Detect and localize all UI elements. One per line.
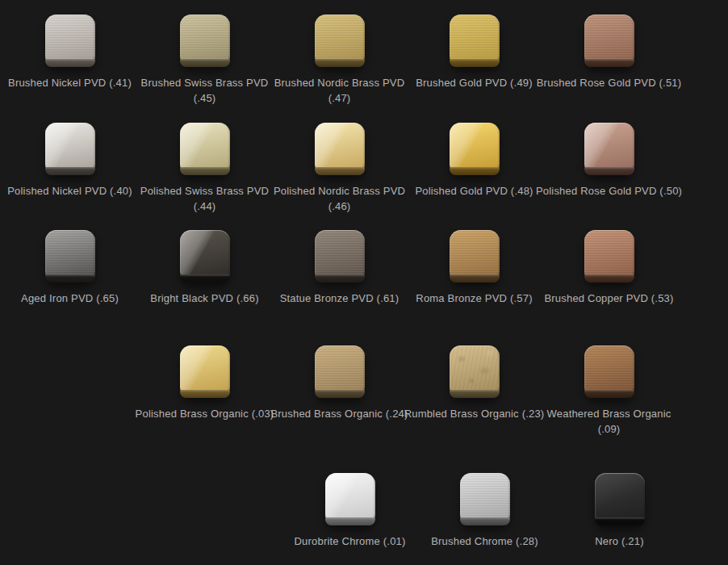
finish-option[interactable]: Brushed Swiss Brass PVD(.45) bbox=[137, 15, 272, 106]
finish-label: Brushed Nickel PVD (.41) bbox=[8, 75, 132, 90]
finish-option[interactable]: Nero (.21) bbox=[552, 473, 687, 549]
finish-swatch-image bbox=[325, 473, 375, 525]
finish-option[interactable]: Brushed Brass Organic (.24) bbox=[272, 345, 407, 437]
finish-option[interactable]: Roma Bronze PVD (.57) bbox=[407, 230, 542, 306]
finish-swatch-image bbox=[45, 123, 95, 175]
finish-option[interactable]: Polished Brass Organic (.03) bbox=[137, 345, 272, 437]
finish-label-line: Polished Brass Organic (.03) bbox=[136, 406, 274, 421]
finish-label: Aged Iron PVD (.65) bbox=[21, 291, 119, 306]
finish-label-line: Statue Bronze PVD (.61) bbox=[280, 291, 400, 306]
finish-option[interactable]: Polished Swiss Brass PVD(.44) bbox=[137, 123, 272, 214]
finish-label-line: Polished Rose Gold PVD (.50) bbox=[536, 183, 682, 199]
finish-label-line: Polished Swiss Brass PVD bbox=[140, 183, 269, 199]
finish-label-line: (.09) bbox=[547, 421, 672, 437]
finish-label-line: (.45) bbox=[141, 90, 269, 106]
finish-label: Polished Nordic Brass PVD(.46) bbox=[274, 183, 405, 214]
finish-swatch-image bbox=[180, 15, 230, 67]
finish-option[interactable]: Durobrite Chrome (.01) bbox=[282, 473, 417, 549]
finish-swatch-image bbox=[450, 15, 500, 67]
finish-label: Rumbled Brass Organic (.23) bbox=[404, 406, 545, 421]
finish-label-line: Bright Black PVD (.66) bbox=[150, 291, 258, 306]
finish-swatch-image bbox=[315, 15, 365, 67]
finish-swatch-image bbox=[315, 230, 365, 282]
finish-swatch-image bbox=[450, 123, 500, 175]
finish-swatch-image bbox=[584, 345, 634, 398]
finish-label: Brushed Swiss Brass PVD(.45) bbox=[141, 75, 269, 106]
finish-label-line: Brushed Gold PVD (.49) bbox=[416, 75, 533, 90]
finish-option[interactable]: Brushed Rose Gold PVD (.51) bbox=[542, 15, 676, 106]
finish-swatch-image bbox=[450, 230, 500, 282]
finish-swatch-image bbox=[450, 345, 500, 398]
finish-label-line: Polished Nickel PVD (.40) bbox=[7, 183, 132, 199]
finish-option[interactable]: Polished Nickel PVD (.40) bbox=[2, 123, 137, 214]
finish-label: Brushed Nordic Brass PVD(.47) bbox=[274, 75, 405, 106]
finish-swatch-image bbox=[45, 230, 95, 282]
finish-label-line: Aged Iron PVD (.65) bbox=[21, 291, 119, 306]
finish-swatch-image bbox=[595, 473, 645, 525]
finish-swatch-image bbox=[315, 123, 365, 175]
finish-label-line: Brushed Rose Gold PVD (.51) bbox=[537, 75, 682, 90]
finish-swatch-image bbox=[180, 123, 230, 175]
finish-label: Polished Swiss Brass PVD(.44) bbox=[140, 183, 269, 214]
finish-option[interactable]: Rumbled Brass Organic (.23) bbox=[407, 345, 542, 437]
finish-swatch-image bbox=[315, 345, 365, 398]
finish-label: Weathered Brass Organic(.09) bbox=[547, 406, 672, 437]
finish-row: Polished Nickel PVD (.40) Polished Swiss… bbox=[2, 123, 676, 214]
finish-option[interactable]: Statue Bronze PVD (.61) bbox=[272, 230, 407, 306]
finish-label-line: Brushed Brass Organic (.24) bbox=[270, 406, 408, 421]
finish-row: Aged Iron PVD (.65) Bright Black PVD (.6… bbox=[2, 230, 676, 306]
finish-option[interactable]: Brushed Nickel PVD (.41) bbox=[2, 15, 137, 106]
finish-label: Polished Nickel PVD (.40) bbox=[7, 183, 132, 199]
finish-label-line: Weathered Brass Organic bbox=[547, 406, 672, 421]
finish-label-line: Roma Bronze PVD (.57) bbox=[416, 291, 532, 306]
finish-option[interactable]: Brushed Chrome (.28) bbox=[417, 473, 552, 549]
finish-row: Durobrite Chrome (.01) Brushed Chrome (.… bbox=[282, 473, 687, 549]
finish-label: Durobrite Chrome (.01) bbox=[294, 534, 405, 549]
finish-label-line: (.44) bbox=[140, 199, 269, 214]
finish-label: Nero (.21) bbox=[595, 534, 644, 549]
finish-swatch-image bbox=[584, 230, 634, 282]
finish-label: Roma Bronze PVD (.57) bbox=[416, 291, 532, 306]
finish-label-line: Polished Nordic Brass PVD bbox=[274, 183, 405, 199]
finish-label-line: Durobrite Chrome (.01) bbox=[294, 534, 405, 549]
finish-option[interactable]: Bright Black PVD (.66) bbox=[137, 230, 272, 306]
finish-label: Brushed Copper PVD (.53) bbox=[544, 291, 673, 306]
finish-label-line: (.47) bbox=[274, 90, 405, 106]
finish-swatch-image bbox=[584, 123, 634, 175]
finish-label: Polished Brass Organic (.03) bbox=[136, 406, 274, 421]
finish-label-line: Polished Gold PVD (.48) bbox=[415, 183, 533, 199]
finish-swatch-image bbox=[180, 345, 230, 398]
finish-label: Brushed Chrome (.28) bbox=[431, 534, 538, 549]
finish-label: Polished Gold PVD (.48) bbox=[415, 183, 533, 199]
finish-label: Statue Bronze PVD (.61) bbox=[280, 291, 400, 306]
finish-label: Bright Black PVD (.66) bbox=[150, 291, 258, 306]
finish-option[interactable]: Brushed Nordic Brass PVD(.47) bbox=[272, 15, 407, 106]
finish-gallery: Brushed Nickel PVD (.41) Brushed Swiss B… bbox=[0, 0, 728, 565]
finish-row: Brushed Nickel PVD (.41) Brushed Swiss B… bbox=[2, 15, 676, 106]
finish-label: Brushed Rose Gold PVD (.51) bbox=[537, 75, 682, 90]
finish-label-line: (.46) bbox=[274, 199, 405, 214]
finish-label-line: Brushed Nickel PVD (.41) bbox=[8, 75, 132, 90]
finish-swatch-image bbox=[460, 473, 510, 525]
finish-label-line: Brushed Swiss Brass PVD bbox=[141, 75, 269, 90]
finish-option[interactable]: Polished Nordic Brass PVD(.46) bbox=[272, 123, 407, 214]
finish-swatch-image bbox=[180, 230, 230, 282]
finish-label-line: Nero (.21) bbox=[595, 534, 644, 549]
finish-row: Polished Brass Organic (.03) Brushed Bra… bbox=[137, 345, 676, 437]
finish-label: Polished Rose Gold PVD (.50) bbox=[536, 183, 682, 199]
finish-option[interactable]: Polished Gold PVD (.48) bbox=[407, 123, 542, 214]
finish-swatch-image bbox=[584, 15, 634, 67]
finish-option[interactable]: Brushed Gold PVD (.49) bbox=[407, 15, 542, 106]
finish-label-line: Brushed Nordic Brass PVD bbox=[274, 75, 405, 90]
finish-option[interactable]: Polished Rose Gold PVD (.50) bbox=[542, 123, 676, 214]
finish-swatch-image bbox=[45, 15, 95, 67]
finish-option[interactable]: Aged Iron PVD (.65) bbox=[2, 230, 137, 306]
finish-label-line: Brushed Copper PVD (.53) bbox=[544, 291, 673, 306]
finish-label: Brushed Brass Organic (.24) bbox=[270, 406, 408, 421]
finish-label: Brushed Gold PVD (.49) bbox=[416, 75, 533, 90]
finish-label-line: Rumbled Brass Organic (.23) bbox=[404, 406, 545, 421]
finish-option[interactable]: Weathered Brass Organic(.09) bbox=[542, 345, 676, 437]
finish-label-line: Brushed Chrome (.28) bbox=[431, 534, 538, 549]
finish-option[interactable]: Brushed Copper PVD (.53) bbox=[542, 230, 676, 306]
